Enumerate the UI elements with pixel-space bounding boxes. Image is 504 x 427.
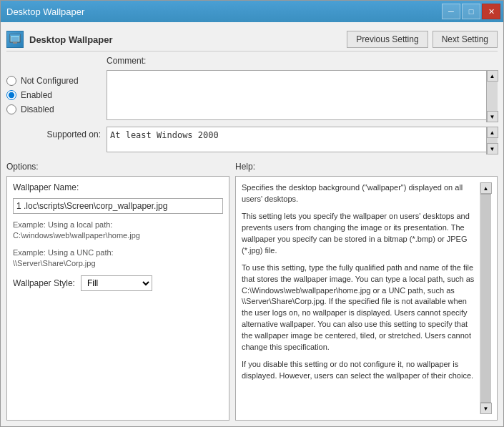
maximize-button[interactable]: □	[462, 4, 480, 19]
example1-value: C:\windows\web\wallpaper\home.jpg	[13, 231, 140, 240]
help-para-2: This setting lets you specify the wallpa…	[242, 211, 477, 257]
header-title: Desktop Wallpaper	[29, 34, 113, 45]
comment-scrollbar: ▲ ▼	[486, 70, 498, 122]
supported-field: ▲ ▼	[107, 127, 498, 154]
disabled-option[interactable]: Disabled	[6, 104, 107, 114]
svg-rect-1	[10, 34, 20, 36]
panels-row: Wallpaper Name: Example: Using a local p…	[6, 176, 498, 421]
header-buttons: Previous Setting Next Setting	[347, 31, 498, 48]
not-configured-label: Not Configured	[21, 76, 79, 86]
disabled-label: Disabled	[21, 104, 54, 114]
comment-section: Comment: ▲ ▼	[107, 56, 498, 122]
example1-label: Example: Using a local path:	[13, 220, 112, 229]
help-panel: Specifies the desktop background ("wallp…	[235, 176, 498, 421]
title-bar-controls: ─ □ ✕	[442, 4, 500, 19]
enabled-label: Enabled	[21, 90, 52, 100]
example2: Example: Using a UNC path: \\Server\Shar…	[13, 247, 223, 270]
supported-row: Supported on: ▲ ▼	[6, 127, 498, 154]
wallpaper-style-select[interactable]: Fill Fit Stretch Tile Center Span	[81, 275, 152, 291]
wallpaper-name-label: Wallpaper Name:	[13, 182, 223, 192]
main-window: Desktop Wallpaper ─ □ ✕ Desktop Wallpape…	[0, 0, 504, 427]
window-icon	[6, 31, 24, 48]
wallpaper-name-input[interactable]	[13, 198, 223, 214]
help-section-label: Help:	[235, 162, 498, 172]
supported-scroll-down[interactable]: ▼	[487, 143, 498, 154]
window-title: Desktop Wallpaper	[6, 6, 84, 17]
enabled-option[interactable]: Enabled	[6, 90, 107, 100]
supported-scroll-up[interactable]: ▲	[487, 127, 498, 138]
header-row: Desktop Wallpaper Previous Setting Next …	[6, 28, 498, 51]
comment-label: Comment:	[107, 56, 498, 66]
window-content: Desktop Wallpaper Previous Setting Next …	[1, 22, 503, 426]
scroll-down-arrow[interactable]: ▼	[487, 111, 498, 122]
example2-value: \\Server\Share\Corp.jpg	[13, 259, 96, 268]
example2-label: Example: Using a UNC path:	[13, 248, 114, 257]
help-scroll-up[interactable]: ▲	[480, 182, 492, 194]
supported-label-cell: Supported on:	[6, 127, 107, 154]
comment-textarea[interactable]	[107, 70, 498, 120]
radio-section: Not Configured Enabled Disabled	[6, 56, 107, 122]
radio-comment-row: Not Configured Enabled Disabled Comment:…	[6, 56, 498, 122]
comment-textarea-wrapper: ▲ ▼	[107, 70, 498, 122]
supported-scrollbar: ▲ ▼	[486, 127, 498, 154]
help-scroll-thumb	[480, 194, 491, 403]
svg-rect-3	[13, 42, 17, 44]
svg-rect-2	[11, 37, 19, 41]
title-bar: Desktop Wallpaper ─ □ ✕	[1, 1, 503, 22]
not-configured-option[interactable]: Not Configured	[6, 76, 107, 86]
supported-scroll-track	[487, 138, 498, 143]
next-setting-button[interactable]: Next Setting	[433, 31, 498, 48]
supported-textarea-wrapper: ▲ ▼	[107, 127, 498, 154]
options-panel: Wallpaper Name: Example: Using a local p…	[6, 176, 229, 421]
disabled-radio[interactable]	[6, 104, 16, 114]
help-para-1: Specifies the desktop background ("wallp…	[242, 182, 477, 205]
help-text-area: Specifies the desktop background ("wallp…	[242, 182, 480, 414]
previous-setting-button[interactable]: Previous Setting	[347, 31, 428, 48]
supported-label: Supported on:	[47, 129, 101, 139]
scroll-track	[487, 82, 498, 111]
scroll-up-arrow[interactable]: ▲	[487, 70, 498, 82]
options-section-label: Options:	[6, 162, 235, 172]
section-labels: Options: Help:	[6, 162, 498, 172]
wallpaper-style-row: Wallpaper Style: Fill Fit Stretch Tile C…	[13, 275, 223, 291]
wallpaper-style-label: Wallpaper Style:	[13, 278, 75, 288]
help-para-3: To use this setting, type the fully qual…	[242, 262, 477, 354]
help-scrollbar: ▲ ▼	[480, 182, 491, 414]
supported-textarea[interactable]	[107, 127, 498, 152]
header-left: Desktop Wallpaper	[6, 31, 113, 48]
close-button[interactable]: ✕	[482, 4, 500, 19]
help-scroll-down[interactable]: ▼	[480, 403, 492, 414]
help-para-4: If you disable this setting or do not co…	[242, 359, 477, 382]
not-configured-radio[interactable]	[6, 76, 16, 86]
enabled-radio[interactable]	[6, 90, 16, 100]
example1: Example: Using a local path: C:\windows\…	[13, 220, 223, 242]
minimize-button[interactable]: ─	[442, 4, 460, 19]
